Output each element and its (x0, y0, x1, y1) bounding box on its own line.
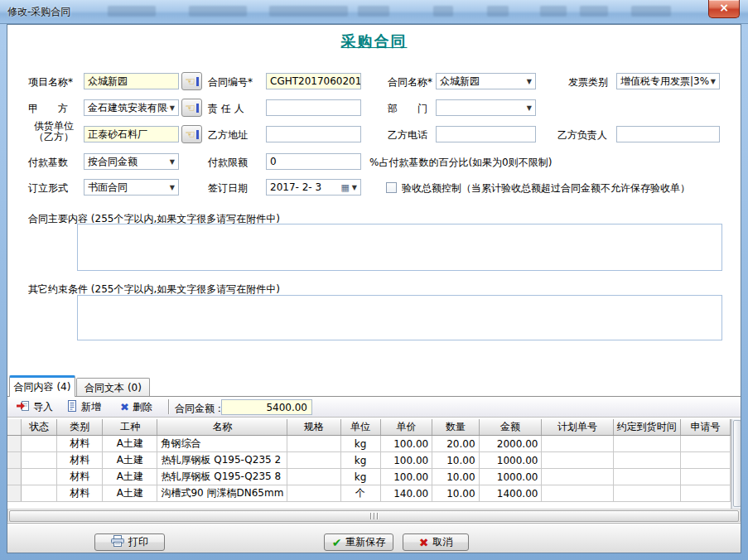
column-header[interactable]: 规格 (287, 419, 340, 436)
table-cell[interactable]: A土建 (103, 485, 157, 502)
table-row[interactable]: 材料A土建热轧厚钢板 Q195-Q235 2kg100.0010.001000.… (7, 452, 731, 469)
table-cell[interactable]: 材料 (57, 452, 103, 469)
acceptance-total-checkbox[interactable] (386, 182, 397, 193)
table-cell[interactable]: 热轧厚钢板 Q195-Q235 8 (157, 469, 287, 485)
contract-name-dropdown[interactable]: 众城新园▼ (436, 73, 536, 89)
table-cell[interactable]: 2000.00 (479, 436, 542, 452)
invoice-type-dropdown[interactable]: 增值税专用发票|3%▼ (616, 73, 720, 89)
close-button[interactable]: × (708, 0, 740, 18)
table-cell[interactable]: kg (340, 436, 380, 452)
table-cell[interactable] (542, 469, 613, 485)
table-cell[interactable] (21, 469, 57, 485)
column-header[interactable]: 类别 (57, 419, 103, 436)
pay-base-dropdown[interactable]: 按合同金额▼ (84, 153, 179, 170)
table-cell[interactable]: A土建 (103, 469, 157, 485)
table-cell[interactable]: 10.00 (432, 452, 479, 469)
table-cell[interactable]: 材料 (57, 436, 103, 452)
table-cell[interactable]: 140.00 (380, 485, 432, 502)
contract-no-field[interactable]: CGHT2017060201 (266, 73, 361, 89)
column-header[interactable]: 数量 (432, 419, 479, 436)
save-button[interactable]: ✔ 重新保存 (324, 533, 393, 551)
contract-items-grid[interactable]: 状态类别工种名称规格单位单价数量金额计划单号约定到货时间申请号材料A土建角钢综合… (7, 419, 731, 509)
table-cell[interactable]: 沟槽式90 闸渫槗DN65mm (157, 485, 287, 502)
department-dropdown[interactable]: ▼ (436, 99, 536, 116)
other-terms-textarea[interactable] (77, 295, 722, 340)
table-row[interactable]: 材料A土建热轧厚钢板 Q195-Q235 8kg100.0010.001000.… (7, 469, 731, 485)
table-cell[interactable] (21, 452, 57, 469)
table-cell[interactable] (680, 436, 730, 452)
table-cell[interactable]: 20.00 (432, 436, 479, 452)
table-cell[interactable] (680, 452, 730, 469)
delete-row-button[interactable]: ✖ 删除 (117, 398, 156, 416)
tab-contract-text[interactable]: 合同文本 (0) (76, 378, 150, 397)
add-row-button[interactable]: 新增 (63, 398, 104, 416)
supplier-field[interactable]: 正泰砂石料厂 (84, 126, 179, 142)
scrollbar-thumb[interactable] (9, 510, 739, 522)
table-cell[interactable] (680, 485, 730, 502)
table-cell[interactable] (613, 485, 680, 502)
grid-vertical-scrollbar[interactable] (731, 419, 741, 509)
column-header[interactable]: 状态 (21, 419, 57, 436)
table-cell[interactable]: 个 (340, 485, 380, 502)
table-cell[interactable]: 100.00 (380, 452, 432, 469)
title-bar[interactable]: 修改-采购合同 × (0, 0, 748, 24)
contract-amount-field[interactable]: 5400.00 (221, 399, 312, 415)
table-cell[interactable]: A土建 (103, 452, 157, 469)
table-cell[interactable] (21, 436, 57, 452)
b-person-field[interactable] (616, 126, 720, 142)
project-picker-button[interactable]: ☜ (181, 72, 202, 90)
table-cell[interactable]: 热轧厚钢板 Q195-Q235 2 (157, 452, 287, 469)
b-address-field[interactable] (266, 126, 361, 142)
row-selector[interactable] (7, 436, 21, 452)
column-header[interactable]: 计划单号 (542, 419, 613, 436)
table-cell[interactable]: 1000.00 (479, 469, 542, 485)
table-cell[interactable]: 100.00 (380, 436, 432, 452)
table-cell[interactable] (613, 436, 680, 452)
row-selector[interactable] (7, 485, 21, 502)
table-cell[interactable]: kg (340, 469, 380, 485)
pay-limit-field[interactable]: 0 (266, 153, 361, 170)
grid-horizontal-scrollbar[interactable] (7, 509, 741, 522)
table-cell[interactable] (542, 452, 613, 469)
main-content-textarea[interactable] (77, 224, 722, 271)
table-cell[interactable]: A土建 (103, 436, 157, 452)
column-header[interactable]: 单价 (380, 419, 432, 436)
table-cell[interactable]: 材料 (57, 485, 103, 502)
cancel-button[interactable]: ✖ 取消 (403, 533, 469, 551)
print-button[interactable]: 打印 (94, 533, 165, 551)
table-row[interactable]: 材料A土建角钢综合kg100.0020.002000.00 (7, 436, 731, 452)
table-cell[interactable] (287, 436, 340, 452)
sign-date-picker[interactable]: 2017- 2- 3 ▦▼ (266, 179, 361, 196)
table-cell[interactable]: 10.00 (432, 485, 479, 502)
column-header[interactable]: 金额 (479, 419, 542, 436)
party-a-picker-button[interactable]: ☜ (181, 99, 202, 117)
tab-contract-content[interactable]: 合同内容 (4) (9, 375, 75, 397)
column-header[interactable]: 单位 (340, 419, 380, 436)
table-cell[interactable] (542, 485, 613, 502)
column-header[interactable]: 申请号 (680, 419, 730, 436)
b-phone-field[interactable] (436, 126, 536, 142)
table-cell[interactable]: 1400.00 (479, 485, 542, 502)
column-header[interactable]: 约定到货时间 (613, 419, 680, 436)
table-cell[interactable] (287, 452, 340, 469)
party-a-dropdown[interactable]: 金石建筑安装有限公▼ (84, 99, 179, 116)
column-header[interactable]: 工种 (103, 419, 157, 436)
scrollbar-thumb[interactable] (733, 420, 741, 507)
column-header[interactable]: 名称 (157, 419, 287, 436)
table-cell[interactable] (21, 485, 57, 502)
table-cell[interactable] (613, 452, 680, 469)
row-selector[interactable] (7, 452, 21, 469)
import-button[interactable]: 导入 (13, 398, 56, 416)
supplier-picker-button[interactable]: ☜ (181, 125, 202, 143)
order-form-dropdown[interactable]: 书面合同▼ (84, 179, 179, 196)
table-cell[interactable]: 10.00 (432, 469, 479, 485)
project-field[interactable]: 众城新园 (84, 73, 179, 89)
table-cell[interactable] (613, 469, 680, 485)
table-cell[interactable] (287, 485, 340, 502)
table-cell[interactable]: 1000.00 (479, 452, 542, 469)
table-cell[interactable]: 材料 (57, 469, 103, 485)
table-row[interactable]: 材料A土建沟槽式90 闸渫槗DN65mm个140.0010.001400.00 (7, 485, 731, 502)
table-cell[interactable]: 100.00 (380, 469, 432, 485)
table-cell[interactable]: kg (340, 452, 380, 469)
table-cell[interactable]: 角钢综合 (157, 436, 287, 452)
